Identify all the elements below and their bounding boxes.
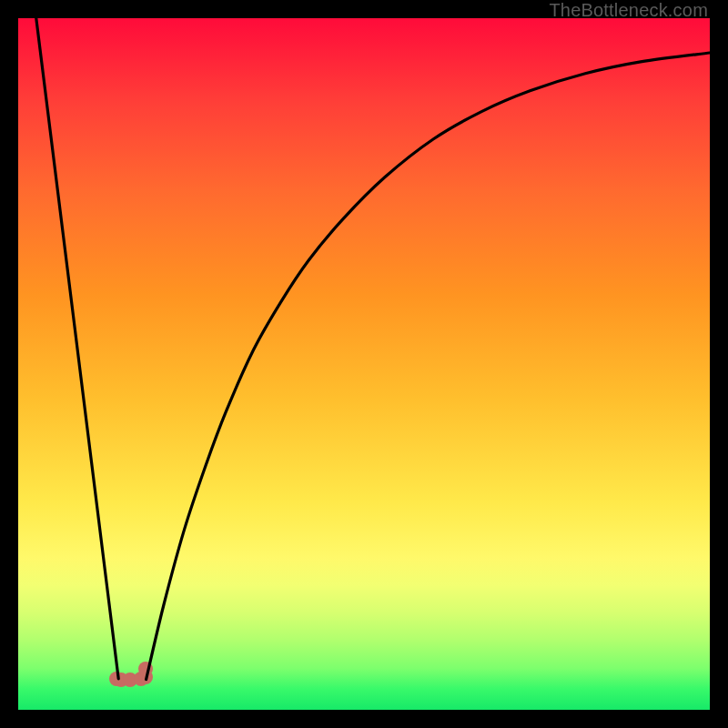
curve-right-ascent	[147, 53, 710, 680]
chart-frame: TheBottleneck.com	[0, 0, 728, 728]
curve-left-descent	[36, 18, 118, 679]
plot-area	[18, 18, 710, 710]
bottleneck-curve	[18, 18, 710, 710]
